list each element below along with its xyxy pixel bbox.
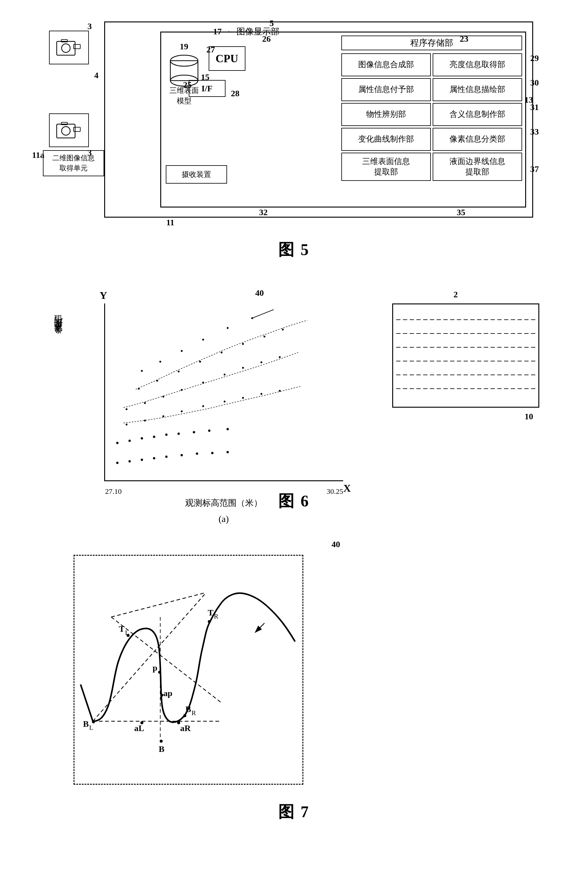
cameras-group: 3 3 (49, 31, 89, 147)
svg-line-71 (111, 593, 206, 617)
svg-text:B: B (159, 744, 165, 754)
ref-17: 17 (213, 27, 222, 36)
svg-point-55 (141, 370, 143, 372)
svg-point-48 (156, 380, 158, 381)
ref-29: 29 (530, 53, 539, 63)
x-axis-label: 观测标高范围（米） (185, 497, 262, 509)
if-block: I/F (189, 80, 225, 97)
func-block-2: 属性信息付予部 (341, 78, 431, 101)
camera-1: 3 (49, 31, 89, 65)
ref-23: 23 (460, 34, 468, 44)
camera-box-2 (49, 113, 89, 147)
svg-point-23 (153, 436, 155, 438)
svg-point-42 (202, 381, 204, 383)
fig5-label: 图 5 (49, 239, 539, 261)
svg-point-41 (181, 389, 183, 391)
svg-point-29 (126, 423, 128, 425)
ref-19: 19 (166, 42, 202, 51)
svg-point-58 (202, 339, 204, 341)
svg-line-61 (252, 309, 274, 318)
ref-33: 33 (530, 127, 539, 137)
svg-rect-6 (74, 127, 80, 132)
chart-box: 40 27.10 30.25 (104, 303, 343, 481)
svg-point-12 (129, 461, 130, 462)
prog-storage-label: 程序存储部 (410, 37, 453, 49)
y-axis-label: 像素亮度平均值 (52, 328, 64, 341)
svg-point-82 (183, 714, 186, 717)
img2d-box: 二维图像信息取得单元 (43, 150, 104, 176)
ref-27: 27 (207, 45, 215, 54)
svg-text:L: L (89, 724, 93, 731)
func-block-1: 亮度信息取得部 (433, 53, 522, 76)
ref-11: 11 (166, 218, 174, 227)
fig7-label: 图 7 (18, 801, 570, 823)
fig7-dashed-box: T L T R B L B R (74, 555, 303, 785)
ref-31: 31 (530, 102, 539, 112)
svg-point-15 (165, 456, 167, 458)
svg-point-87 (160, 693, 164, 697)
svg-point-93 (160, 740, 163, 743)
x-axis-letter: X (343, 482, 351, 494)
svg-point-38 (126, 408, 128, 410)
svg-text:R: R (214, 612, 219, 620)
svg-point-30 (144, 420, 146, 422)
svg-text:ap: ap (164, 689, 172, 698)
ref-35: 35 (457, 207, 465, 217)
svg-text:T: T (208, 608, 214, 617)
svg-point-49 (178, 371, 180, 372)
svg-point-26 (193, 431, 195, 433)
camera-box-1 (49, 31, 89, 65)
svg-point-27 (208, 430, 210, 432)
svg-text:R: R (192, 709, 196, 717)
svg-text:B: B (185, 704, 191, 714)
svg-point-36 (261, 393, 262, 395)
svg-point-1 (62, 44, 70, 53)
fig6-content: 像素亮度平均值 Y (43, 285, 545, 481)
figure-6-section: 像素亮度平均值 Y (18, 285, 570, 512)
svg-point-21 (129, 440, 130, 442)
fig7-svg: T L T R B L B R (75, 556, 304, 786)
svg-point-51 (220, 351, 222, 353)
svg-point-34 (224, 401, 225, 402)
svg-point-16 (181, 454, 183, 456)
outer-system-box: 11 17 ～ 图像显示部 19 (104, 21, 533, 218)
svg-point-13 (141, 459, 143, 461)
liquid-rect-container: 2 10 (392, 303, 539, 408)
svg-point-53 (264, 336, 266, 338)
ref-28: 28 (231, 89, 240, 98)
svg-point-11 (116, 462, 118, 464)
func-block-0: 图像信息合成部 (341, 53, 431, 76)
svg-point-18 (212, 452, 213, 454)
ref-25: 25 (183, 80, 192, 90)
figure-7-section: 40 (18, 543, 570, 823)
svg-point-14 (153, 457, 155, 459)
svg-point-57 (181, 350, 183, 352)
func-block-9: 液面边界线信息提取部 (433, 153, 522, 181)
svg-text:aL: aL (134, 723, 144, 733)
svg-point-44 (242, 367, 244, 369)
ref-3-top: 3 (88, 21, 92, 31)
ref-40-fig7: 40 (332, 539, 340, 549)
svg-text:B: B (83, 719, 89, 729)
svg-point-35 (242, 397, 244, 399)
ref-40-fig6: 40 (255, 288, 264, 298)
liquid-rect (392, 303, 539, 408)
svg-text:T: T (119, 624, 125, 633)
svg-point-85 (158, 671, 161, 674)
svg-point-45 (261, 362, 262, 363)
svg-text:L: L (125, 629, 129, 636)
svg-text:aR: aR (180, 723, 191, 733)
func-block-3: 属性信息描绘部 (433, 78, 522, 101)
svg-point-33 (202, 405, 204, 407)
svg-point-25 (178, 433, 180, 435)
reception-box: 摄收装置 (166, 165, 227, 184)
page: 5 13 3 3 (0, 0, 588, 884)
svg-line-95 (255, 623, 264, 632)
fig6-label: 图 6 (18, 491, 570, 512)
svg-point-17 (196, 453, 198, 455)
prog-storage-box: 程序存储部 (341, 36, 522, 50)
func-block-8: 三维表面信息提取部 (341, 153, 431, 181)
svg-point-31 (162, 415, 164, 417)
svg-text:p: p (153, 663, 158, 672)
svg-point-37 (279, 390, 280, 392)
